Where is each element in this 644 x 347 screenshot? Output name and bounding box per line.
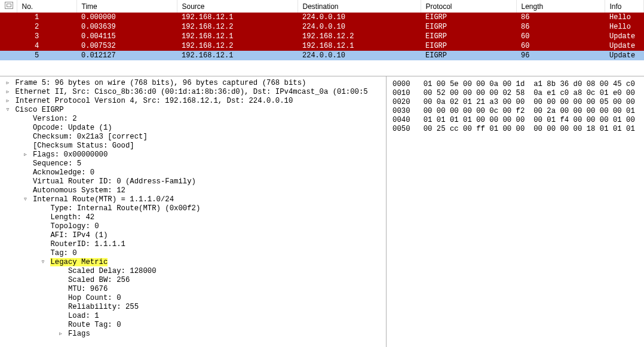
column-icon[interactable] [0,0,17,13]
tree-label: Scaled BW: 256 [68,276,130,284]
tree-label: RouterID: 1.1.1.1 [50,240,125,248]
tree-item[interactable]: Scaled Delay: 128000 [2,267,386,276]
packet-list-header[interactable]: No. Time Source Destination Protocol Len… [0,0,644,13]
tree-item[interactable]: ▿ Cisco EIGRP [2,106,386,115]
hex-row[interactable]: 0010 00 52 00 00 00 00 02 58 0a e1 c0 a8… [392,89,638,98]
tree-label: Scaled Delay: 128000 [68,267,157,275]
tree-item[interactable]: ▹ Flags: 0x00000000 [2,151,386,159]
tree-spacer [58,267,64,276]
tree-label: Route Tag: 0 [68,321,121,329]
tree-spacer [23,115,29,124]
tree-spacer [23,159,29,168]
tree-label: Reliability: 255 [68,303,139,311]
tree-label: Legacy Metric [50,258,108,266]
tree-label: Length: 42 [50,213,94,222]
tree-item[interactable]: RouterID: 1.1.1.1 [2,240,386,249]
hex-row[interactable]: 0040 01 01 01 01 00 00 00 00 00 01 f4 00… [392,116,638,125]
column-protocol[interactable]: Protocol [421,0,516,13]
tree-item[interactable]: ▿ Legacy Metric [2,258,386,267]
tree-item[interactable]: Opcode: Update (1) [2,124,386,133]
tree-item[interactable]: Tag: 0 [2,249,386,258]
tree-item[interactable]: Route Tag: 0 [2,321,386,330]
tree-label: Hop Count: 0 [68,294,121,302]
tree-spacer [58,303,64,312]
tree-spacer [23,186,29,195]
list-icon [5,2,13,9]
column-source[interactable]: Source [177,0,298,13]
tree-label: Internet Protocol Version 4, Src: 192.16… [15,97,293,105]
tree-spacer [58,321,64,330]
tree-label: Internal Route(MTR) = 1.1.1.0/24 [33,195,174,204]
tree-item[interactable]: MTU: 9676 [2,285,386,294]
tree-item[interactable]: Load: 1 [2,312,386,321]
tree-label: [Checksum Status: Good] [33,142,134,150]
tree-item[interactable]: Sequence: 5 [2,159,386,168]
tree-label: Type: Internal Route(MTR) (0x00f2) [50,204,200,213]
packet-row[interactable]: 40.007532192.168.12.2192.168.12.1EIGRP60… [0,41,644,51]
tree-spacer [40,231,46,240]
expand-toggle-icon[interactable]: ▹ [23,151,29,159]
expand-toggle-icon[interactable]: ▹ [58,330,64,339]
tree-label: Opcode: Update (1) [33,124,112,132]
tree-label: AFI: IPv4 (1) [50,231,108,239]
tree-label: Tag: 0 [50,249,76,257]
packet-list[interactable]: No. Time Source Destination Protocol Len… [0,0,644,76]
tree-item[interactable]: ▿ Internal Route(MTR) = 1.1.1.0/24 [2,195,386,204]
tree-item[interactable]: Type: Internal Route(MTR) (0x00f2) [2,204,386,213]
tree-spacer [40,249,46,258]
tree-item[interactable]: Checksum: 0x21a3 [correct] [2,133,386,142]
packet-row[interactable]: 10.000000192.168.12.1224.0.0.10EIGRP86He… [0,13,644,22]
expand-toggle-icon[interactable]: ▿ [23,195,29,204]
expand-toggle-icon[interactable]: ▹ [5,79,11,88]
column-destination[interactable]: Destination [298,0,421,13]
tree-spacer [58,276,64,285]
tree-spacer [58,285,64,294]
tree-item[interactable]: Virtual Router ID: 0 (Address-Family) [2,177,386,186]
expand-toggle-icon[interactable]: ▿ [40,258,46,267]
column-no[interactable]: No. [17,0,76,13]
tree-item[interactable]: Version: 2 [2,115,386,124]
tree-spacer [23,177,29,186]
tree-item[interactable]: Acknowledge: 0 [2,168,386,177]
tree-item[interactable]: Scaled BW: 256 [2,276,386,285]
column-length[interactable]: Length [516,0,605,13]
column-info[interactable]: Info [605,0,644,13]
tree-item[interactable]: [Checksum Status: Good] [2,142,386,151]
tree-item[interactable]: Autonomous System: 12 [2,186,386,195]
tree-item[interactable]: Length: 42 [2,213,386,222]
tree-item[interactable]: Hop Count: 0 [2,294,386,303]
expand-toggle-icon[interactable]: ▹ [5,88,11,97]
expand-toggle-icon[interactable]: ▹ [5,97,11,106]
packet-row[interactable]: 50.012127192.168.12.1224.0.0.10EIGRP96Up… [0,51,644,60]
tree-item[interactable]: AFI: IPv4 (1) [2,231,386,240]
packet-bytes-pane[interactable]: 0000 01 00 5e 00 00 0a 00 1d a1 8b 36 d0… [387,76,644,347]
packet-row[interactable]: 20.003639192.168.12.2224.0.0.10EIGRP86He… [0,22,644,32]
tree-label: Checksum: 0x21a3 [correct] [33,133,148,141]
tree-label: Sequence: 5 [33,159,81,168]
tree-label: Acknowledge: 0 [33,168,94,177]
tree-item[interactable]: ▹ Frame 5: 96 bytes on wire (768 bits), … [2,79,386,88]
tree-spacer [23,142,29,151]
tree-spacer [58,294,64,303]
packet-details-pane[interactable]: ▹ Frame 5: 96 bytes on wire (768 bits), … [0,76,387,347]
tree-spacer [23,124,29,133]
packet-row[interactable]: 30.004115192.168.12.1192.168.12.2EIGRP60… [0,32,644,41]
hex-row[interactable]: 0000 01 00 5e 00 00 0a 00 1d a1 8b 36 d0… [392,80,638,89]
tree-item[interactable]: Topology: 0 [2,222,386,231]
tree-spacer [23,168,29,177]
tree-item[interactable]: ▹ Flags [2,330,386,339]
column-time[interactable]: Time [76,0,177,13]
hex-row[interactable]: 0020 00 0a 02 01 21 a3 00 00 00 00 00 00… [392,98,638,107]
expand-toggle-icon[interactable]: ▿ [5,106,11,115]
hex-row[interactable]: 0030 00 00 00 00 00 0c 00 f2 00 2a 00 00… [392,107,638,116]
tree-item[interactable]: ▹ Ethernet II, Src: Cisco_8b:36:d0 (00:1… [2,88,386,97]
tree-label: Autonomous System: 12 [33,186,125,195]
hex-row[interactable]: 0050 00 25 cc 00 ff 01 00 00 00 00 00 00… [392,125,638,134]
tree-label: Flags [68,330,90,338]
tree-item[interactable]: Reliability: 255 [2,303,386,312]
tree-spacer [23,133,29,142]
tree-label: Ethernet II, Src: Cisco_8b:36:d0 (00:1d:… [15,88,367,96]
tree-spacer [40,240,46,249]
tree-label: Load: 1 [68,312,99,320]
tree-item[interactable]: ▹ Internet Protocol Version 4, Src: 192.… [2,97,386,106]
